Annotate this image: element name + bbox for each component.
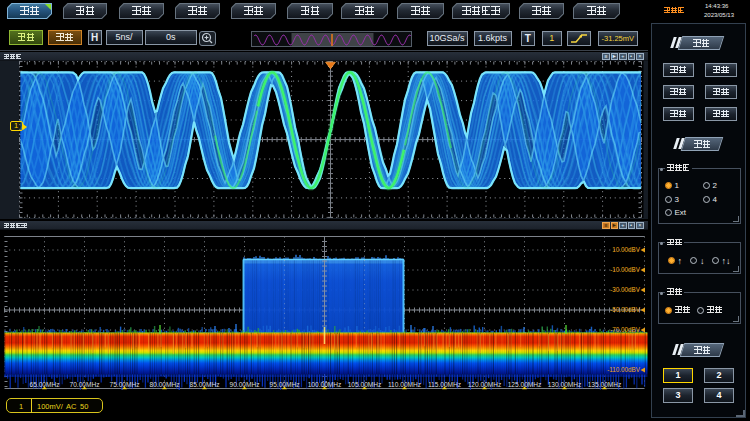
svg-text:-110.00dBV: -110.00dBV — [607, 366, 641, 373]
svg-text:10.00dBV: 10.00dBV — [612, 246, 640, 253]
svg-text:-30.00dBV: -30.00dBV — [610, 286, 641, 293]
svg-text:-10.00dBV: -10.00dBV — [610, 266, 641, 273]
svg-text:-50.00dBV: -50.00dBV — [610, 306, 641, 313]
svg-text:-70.00dBV: -70.00dBV — [610, 326, 641, 333]
